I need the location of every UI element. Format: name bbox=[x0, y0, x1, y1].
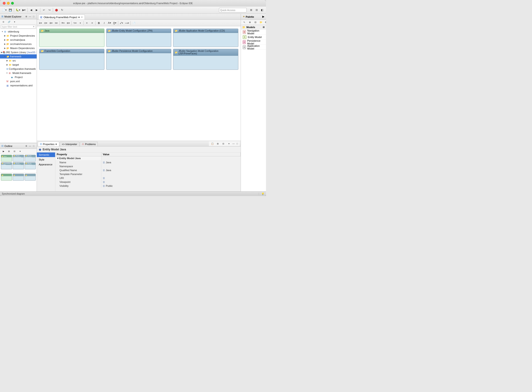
search-field[interactable]: type filter text ✕ bbox=[1, 25, 36, 28]
navigate-forward-button[interactable]: ↪ bbox=[47, 8, 52, 13]
debug-button[interactable]: 🐛▾ bbox=[15, 8, 21, 13]
diagram-font-btn[interactable]: A▾ bbox=[107, 20, 112, 26]
tree-arrow-model-fw[interactable]: ▾ bbox=[6, 72, 9, 74]
diagram-pin-btn[interactable]: N▾ bbox=[54, 20, 59, 26]
prop-row-name[interactable]: Name ☰ Java bbox=[55, 161, 241, 164]
diagram-canvas[interactable]: 📁 Java 📁 JButler Entity Model Configurat… bbox=[37, 26, 241, 141]
diagram-line-btn[interactable]: ⟶▾ bbox=[124, 20, 130, 26]
diagram-lock-btn[interactable]: ▾ bbox=[78, 20, 83, 26]
diagram-arrange-btn[interactable]: ⊞▾ bbox=[66, 20, 71, 26]
palette-nav-model-item[interactable]: ■ Navigation Model bbox=[241, 29, 266, 35]
statusbar-bulb-icon[interactable]: 💡 bbox=[261, 192, 264, 195]
prop-minimize-btn[interactable]: — bbox=[232, 142, 235, 145]
tree-item-pom[interactable]: M pom.xml bbox=[0, 79, 37, 83]
diagram-fill-btn[interactable]: 🖍▾ bbox=[119, 20, 124, 26]
palette-settings-btn[interactable]: ⚙▾ bbox=[264, 20, 266, 25]
diagram-bold-btn[interactable]: B bbox=[96, 20, 101, 26]
minimize-button[interactable] bbox=[7, 2, 10, 5]
diagram-cut-btn[interactable]: ✕ bbox=[84, 20, 90, 26]
prop-row-namespace[interactable]: Namespace bbox=[55, 164, 241, 168]
outline-maximize-btn[interactable]: □ bbox=[32, 145, 35, 148]
perspective-button-2[interactable]: ⊟ bbox=[254, 8, 259, 13]
tab-properties[interactable]: ⊟ Properties ⊗ bbox=[38, 142, 59, 146]
tree-item-src[interactable]: ▶ 📁 src bbox=[0, 59, 37, 63]
tree-item-target[interactable]: ▶ 📁 target bbox=[0, 63, 37, 67]
outline-btn-2[interactable]: ⊞ bbox=[6, 149, 12, 154]
tree-arrow-project-deps[interactable]: ▶ bbox=[4, 35, 6, 37]
diagram-refresh-btn[interactable]: ↻▾ bbox=[72, 20, 77, 26]
tree-arrow-src-java[interactable]: ▶ bbox=[4, 39, 6, 41]
model-explorer-maximize-btn[interactable]: □ bbox=[32, 15, 35, 18]
palette-arrow-icon[interactable]: ▶ bbox=[262, 15, 264, 18]
prop-toolbar-btn-1[interactable]: 📋 bbox=[210, 141, 215, 146]
perspective-button-1[interactable]: ⊞ bbox=[248, 8, 254, 13]
prop-toolbar-btn-4[interactable]: ▾ bbox=[226, 141, 231, 146]
quick-access-input[interactable]: Quick Access bbox=[219, 8, 247, 12]
tree-item-project-deps[interactable]: ▶ 📁 Project Dependencies bbox=[0, 34, 37, 38]
navigate-back-button[interactable]: ↩ bbox=[41, 8, 46, 13]
diagram-node-app-cdi[interactable]: 📁 JButler Application Model Configuratio… bbox=[173, 28, 238, 47]
close-button[interactable] bbox=[3, 2, 5, 5]
diagram-delete-btn[interactable]: ✕ bbox=[90, 20, 95, 26]
prop-row-viewpoint[interactable]: Viewpoint ☰ bbox=[55, 180, 241, 184]
new-button[interactable]: 📄▾ bbox=[1, 8, 7, 13]
palette-application-model-item[interactable]: ■ Application Model bbox=[241, 45, 266, 50]
outline-btn-4[interactable]: ▾ bbox=[18, 149, 23, 154]
palette-folder-btn[interactable]: 📁 bbox=[258, 20, 263, 25]
tree-item-frameweb[interactable]: ▾ 📁 frameweb bbox=[0, 54, 37, 59]
prop-row-qualified-name[interactable]: Qualified Name ☰ Java bbox=[55, 168, 241, 172]
diagram-node-persistence[interactable]: 📁 JButler Persistence Model Configuratio… bbox=[106, 49, 171, 70]
props-appearance-btn[interactable]: Appearance bbox=[37, 162, 55, 167]
tab-problems[interactable]: ⚠ Problems bbox=[80, 142, 98, 146]
clear-search-icon[interactable]: ✕ bbox=[33, 25, 35, 28]
tree-arrow-jre[interactable]: ▶ bbox=[1, 51, 3, 53]
tree-item-src-main-res[interactable]: ▶ 📂 src/main/resources bbox=[0, 42, 37, 46]
tree-arrow-src[interactable]: ▶ bbox=[6, 59, 9, 62]
outline-sync-btn[interactable]: ⊗ bbox=[25, 145, 28, 148]
palette-zoom-in-btn[interactable]: ⊕ bbox=[247, 20, 252, 25]
palette-persistence-model-item[interactable]: ■ Persistence Model bbox=[241, 40, 266, 45]
tree-item-project[interactable]: ◆ Project bbox=[0, 75, 37, 79]
diagram-node-entity-jpa[interactable]: 📁 JButler Entity Model Configuration (JP… bbox=[106, 28, 171, 47]
prop-toolbar-btn-2[interactable]: ⊞ bbox=[215, 141, 220, 146]
prop-row-visibility[interactable]: Visibility ☰ Public bbox=[55, 184, 241, 188]
outline-btn-3[interactable]: ⊟ bbox=[12, 149, 17, 154]
tree-arrow-src-res[interactable]: ▶ bbox=[4, 43, 6, 45]
tree-item-maven-deps[interactable]: ▶ 📂 Maven Dependencies bbox=[0, 46, 37, 50]
refresh-button[interactable]: ↻ bbox=[59, 8, 65, 13]
back-button[interactable]: ◀ bbox=[28, 8, 34, 13]
palette-select-btn[interactable]: ↖ bbox=[242, 20, 247, 25]
stop-button[interactable]: ⬤ bbox=[54, 8, 59, 13]
tab-interpreter[interactable]: <> Interpreter bbox=[60, 142, 79, 146]
palette-entity-model-item[interactable]: ■ Entity Model bbox=[241, 35, 266, 40]
diagram-node-java[interactable]: 📁 Java bbox=[39, 28, 104, 47]
tree-item-config-fw[interactable]: ⚙ Configuration.frameweb bbox=[0, 67, 37, 71]
run-button[interactable]: ▶▾ bbox=[21, 8, 27, 13]
tree-arrow-frameweb[interactable]: ▾ bbox=[4, 55, 6, 58]
link-editor-btn[interactable]: 🔗 bbox=[6, 19, 12, 24]
tree-item-jre[interactable]: ▶ 📚 JRE System Library [JavaSE-11] bbox=[0, 50, 37, 54]
diagram-italic-btn[interactable]: I bbox=[102, 20, 107, 26]
tree-item-representations[interactable]: ▦ representations.aird bbox=[0, 83, 37, 88]
tree-arrow-oldenburg[interactable]: ▾ bbox=[2, 30, 4, 33]
tree-item-src-main-java[interactable]: ▶ 📂 src/main/java bbox=[0, 38, 37, 42]
forward-button[interactable]: ▶ bbox=[34, 8, 39, 13]
props-style-btn[interactable]: Style bbox=[37, 157, 55, 162]
prop-row-template-param[interactable]: Template Parameter bbox=[55, 172, 241, 176]
save-button[interactable]: 💾 bbox=[8, 8, 13, 13]
diagram-layout-btn[interactable]: ⊟▾ bbox=[43, 20, 48, 26]
model-explorer-minimize-btn[interactable]: — bbox=[28, 15, 32, 18]
diagram-show-btn[interactable]: 👁▾ bbox=[60, 20, 66, 26]
prop-toolbar-btn-3[interactable]: ⊟ bbox=[221, 141, 226, 146]
diagram-node-frameweb-config[interactable]: 📁 FrameWeb Configuration bbox=[39, 49, 104, 70]
props-semantic-btn[interactable]: Semantic bbox=[37, 153, 55, 157]
explorer-menu-btn[interactable]: ▾ bbox=[12, 19, 17, 24]
prop-row-uri[interactable]: URI ☰ bbox=[55, 176, 241, 180]
outline-btn-1[interactable]: ▶ bbox=[1, 149, 6, 154]
diagram-filter-btn[interactable]: ⊞▾ bbox=[48, 20, 53, 26]
palette-models-section[interactable]: 📁 Models ⊟ bbox=[241, 25, 266, 29]
diagram-export-btn[interactable]: 📄 bbox=[131, 20, 137, 26]
model-explorer-sync-btn[interactable]: ⊗ bbox=[25, 15, 28, 18]
diagram-font-color-btn[interactable]: A̲▾ bbox=[112, 20, 117, 26]
maximize-button[interactable] bbox=[11, 2, 14, 5]
